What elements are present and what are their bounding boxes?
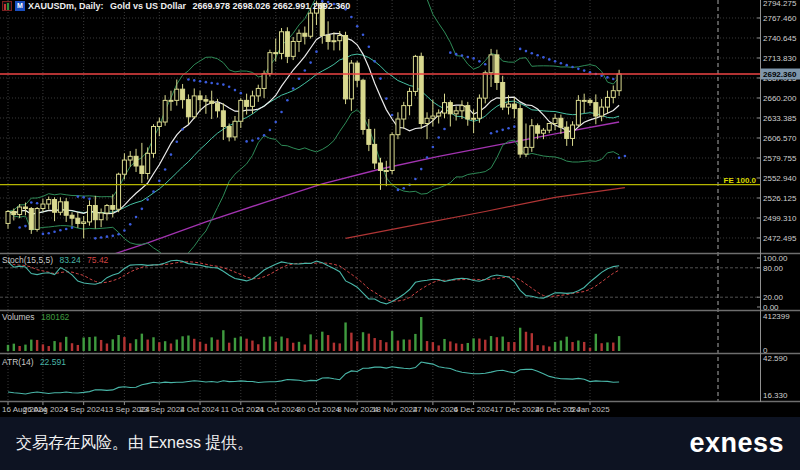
trading-terminal-screenshot: 2794.2752767.4602740.6452713.8302687.015… bbox=[0, 0, 800, 470]
svg-text:20.00: 20.00 bbox=[763, 293, 784, 302]
svg-text:6 Dec 2024: 6 Dec 2024 bbox=[454, 405, 495, 414]
volumes-panel[interactable] bbox=[7, 317, 621, 351]
svg-text:2472.495: 2472.495 bbox=[763, 234, 797, 243]
panel-separators bbox=[0, 254, 800, 402]
date-axis[interactable]: 16 Aug 202426 Aug 20244 Sep 202413 Sep 2… bbox=[2, 402, 610, 414]
svg-text:23 Sep 2024: 23 Sep 2024 bbox=[139, 405, 185, 414]
svg-text:2526.125: 2526.125 bbox=[763, 194, 797, 203]
risk-disclaimer: 交易存在风险。由 Exness 提供。 bbox=[16, 433, 253, 454]
exness-banner: 交易存在风险。由 Exness 提供。 exness bbox=[0, 417, 800, 470]
svg-text:42.590: 42.590 bbox=[763, 354, 788, 363]
price-chart-svg[interactable]: 2794.2752767.4602740.6452713.8302687.015… bbox=[0, 0, 800, 417]
svg-text:27 Nov 2024: 27 Nov 2024 bbox=[413, 405, 459, 414]
svg-text:4 Sep 2024: 4 Sep 2024 bbox=[64, 405, 105, 414]
svg-text:17 Dec 2024: 17 Dec 2024 bbox=[494, 405, 540, 414]
svg-text:0.00: 0.00 bbox=[763, 303, 779, 312]
svg-text:2692.360: 2692.360 bbox=[763, 70, 797, 79]
svg-text:2552.940: 2552.940 bbox=[763, 174, 797, 183]
svg-text:5 Jan 2025: 5 Jan 2025 bbox=[570, 405, 610, 414]
main-chart-panel[interactable] bbox=[0, 0, 760, 262]
svg-text:2606.570: 2606.570 bbox=[763, 134, 797, 143]
svg-text:2660.200: 2660.200 bbox=[763, 94, 797, 103]
svg-text:18 Nov 2024: 18 Nov 2024 bbox=[372, 405, 418, 414]
svg-text:26 Aug 2024: 26 Aug 2024 bbox=[23, 405, 68, 414]
svg-text:80.00: 80.00 bbox=[763, 264, 784, 273]
svg-text:21 Oct 2024: 21 Oct 2024 bbox=[256, 405, 300, 414]
svg-text:2 Oct 2024: 2 Oct 2024 bbox=[180, 405, 220, 414]
svg-text:16.330: 16.330 bbox=[763, 391, 788, 400]
svg-text:2713.830: 2713.830 bbox=[763, 54, 797, 63]
svg-text:2579.755: 2579.755 bbox=[763, 154, 797, 163]
svg-text:2633.385: 2633.385 bbox=[763, 114, 797, 123]
exness-logo: exness bbox=[689, 428, 784, 459]
svg-text:2767.460: 2767.460 bbox=[763, 14, 797, 23]
svg-text:30 Oct 2024: 30 Oct 2024 bbox=[296, 405, 340, 414]
svg-text:2740.645: 2740.645 bbox=[763, 34, 797, 43]
chart-window[interactable]: 2794.2752767.4602740.6452713.8302687.015… bbox=[0, 0, 800, 417]
svg-text:2499.310: 2499.310 bbox=[763, 214, 797, 223]
atr-panel[interactable] bbox=[8, 362, 619, 394]
svg-text:412399: 412399 bbox=[763, 312, 790, 321]
price-axis[interactable]: 2794.2752767.4602740.6452713.8302687.015… bbox=[757, 0, 800, 402]
svg-text:2794.275: 2794.275 bbox=[763, 0, 797, 8]
svg-text:100.00: 100.00 bbox=[763, 254, 788, 263]
